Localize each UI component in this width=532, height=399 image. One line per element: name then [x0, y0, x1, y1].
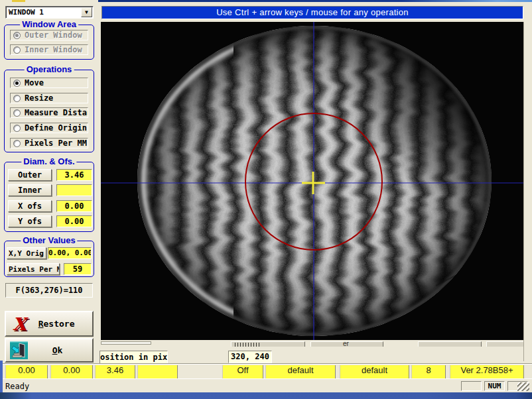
diam-ofs-group: Diam. & Ofs. Outer 3.46 Inner X ofs 0.00…	[4, 162, 94, 232]
radio-icon	[13, 125, 21, 132]
radio-icon	[13, 46, 21, 54]
ok-button[interactable]: Ok	[5, 338, 94, 363]
status-bar: Ready NUM	[0, 378, 532, 392]
other-values-title: Other Values	[21, 235, 77, 245]
partial-button-center[interactable]: er	[310, 341, 383, 347]
app-window: WINDOW 1 ▼ Use Ctrl + arrow keys / mouse…	[0, 0, 532, 399]
metric-cell-6: default	[340, 365, 409, 378]
pixels-per-mm-button[interactable]: Pixels Per MM	[7, 263, 60, 275]
other-values-group: Other Values X,Y Orig 0.00, 0.00 Pixels …	[4, 241, 94, 277]
metric-cell-3	[137, 365, 178, 378]
outer-diameter-field[interactable]: 3.46	[56, 169, 92, 181]
window-area-title: Window Area	[20, 19, 78, 29]
radio-define-origin[interactable]: Define Origin	[10, 123, 88, 133]
radio-resize[interactable]: Resize	[10, 93, 88, 103]
metric-cell-8: Ver 2.78B58+	[450, 365, 524, 378]
y-ofs-field[interactable]: 0.00	[56, 215, 92, 227]
partial-slider[interactable]	[231, 341, 305, 347]
restore-button[interactable]: X Restore	[5, 311, 94, 337]
top-window-edge	[98, 0, 532, 2]
interferogram-viewer[interactable]	[101, 22, 524, 340]
outer-button[interactable]: Outer	[8, 169, 52, 181]
status-pane-1	[461, 381, 482, 391]
radio-inner-window[interactable]: Inner Window	[10, 44, 88, 55]
operations-title: Operations	[25, 64, 74, 74]
diam-ofs-title: Diam. & Ofs.	[21, 156, 76, 166]
metric-cell-4: Off	[222, 365, 263, 378]
red-x-icon: X	[13, 315, 26, 333]
pixel-value-readout: F(363,276)=110	[5, 283, 93, 298]
resize-grip[interactable]	[517, 382, 529, 391]
radio-measure-distance[interactable]: Measure Distance	[10, 107, 88, 118]
y-ofs-button[interactable]: Y ofs	[8, 215, 52, 227]
xy-orig-field[interactable]: 0.00, 0.00	[48, 247, 92, 259]
xy-orig-button[interactable]: X,Y Orig	[7, 247, 46, 259]
metric-cell-5: default	[265, 365, 336, 378]
window-selector-value: WINDOW 1	[6, 8, 81, 17]
slider-ticks	[235, 343, 261, 347]
radio-outer-window[interactable]: Outer Window	[10, 30, 88, 40]
window-selector[interactable]: WINDOW 1 ▼	[5, 6, 94, 19]
radio-icon	[13, 95, 21, 102]
operations-group: Operations Move Resize Measure Distance …	[4, 70, 94, 152]
instruction-banner: Use Ctrl + arrow keys / mouse for any op…	[101, 6, 523, 19]
inner-diameter-field[interactable]	[56, 184, 92, 196]
radio-icon	[13, 109, 21, 117]
partial-button-2[interactable]	[486, 341, 524, 347]
background-window-fragment	[12, 0, 25, 2]
radio-icon	[13, 32, 21, 39]
position-in-pixel-label: osition in pixel	[100, 351, 168, 364]
metric-cell-0: 0.00	[5, 365, 48, 378]
radio-move[interactable]: Move	[10, 78, 88, 88]
radio-icon	[13, 80, 21, 87]
radio-pixels-per-mm[interactable]: Pixels Per MM	[10, 138, 88, 148]
radio-icon	[13, 140, 21, 147]
metric-row: 0.00 0.00 3.46 Off default default 8 Ver…	[3, 365, 532, 378]
status-message: Ready	[5, 382, 29, 391]
window-border-left	[0, 361, 3, 392]
metric-cell-1: 0.00	[50, 365, 93, 378]
window-border-bottom	[0, 392, 532, 399]
position-in-pixel-value: 320, 240	[228, 351, 272, 363]
pixels-per-mm-field[interactable]: 59	[64, 263, 92, 275]
chevron-down-icon[interactable]: ▼	[81, 7, 92, 17]
x-ofs-button[interactable]: X ofs	[8, 200, 52, 212]
metric-cell-7: 8	[411, 365, 446, 378]
interferogram-image	[101, 22, 524, 340]
inner-button[interactable]: Inner	[8, 184, 52, 196]
window-border-right	[523, 22, 524, 361]
metric-cell-2: 3.46	[95, 365, 135, 378]
window-area-group: Window Area Outer Window Inner Window	[4, 25, 94, 60]
num-lock-indicator: NUM	[484, 381, 505, 391]
partial-button-1[interactable]	[418, 341, 482, 347]
x-ofs-field[interactable]: 0.00	[56, 200, 92, 212]
separator	[0, 364, 532, 365]
exit-door-icon	[10, 341, 28, 359]
partial-edit-strip	[101, 341, 151, 345]
